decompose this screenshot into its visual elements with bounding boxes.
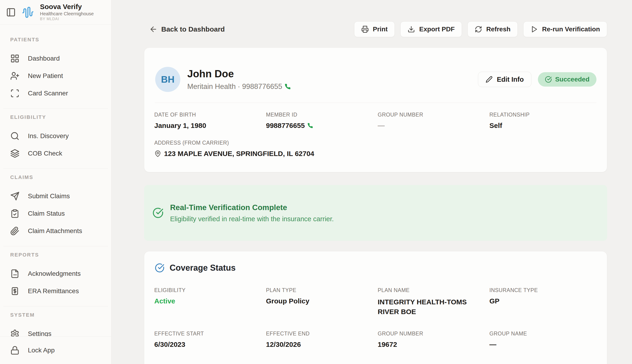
printer-icon: [361, 26, 369, 33]
rerun-verification-button[interactable]: Re-run Verification: [523, 21, 607, 37]
sidebar-item-new-patient[interactable]: New Patient: [3, 67, 108, 84]
field-label: ADDRESS (FROM CARRIER): [154, 140, 373, 146]
file-dollar-icon: [10, 286, 20, 296]
sidebar-item-label: Lock App: [28, 346, 55, 354]
print-button-label: Print: [373, 26, 388, 33]
field-value: 9988776655: [266, 122, 373, 130]
user-plus-icon: [10, 71, 20, 80]
sidebar-item-label: Acknowledgments: [28, 270, 81, 278]
sidebar-item-era-remittances[interactable]: ERA Remittances: [3, 282, 108, 300]
sidebar-item-label: Claim Status: [28, 210, 65, 217]
layers-icon: [10, 149, 20, 158]
field-value: GP: [489, 297, 596, 305]
status-badge: Succeeded: [538, 72, 596, 86]
verification-banner: Real-Time Verification Complete Eligibil…: [144, 185, 607, 241]
sidebar-item-lock-app[interactable]: Lock App: [3, 342, 108, 358]
member-id-value: 9988776655: [266, 122, 305, 130]
sidebar-item-dashboard[interactable]: Dashboard: [3, 50, 108, 67]
app-title: Soova Verify: [40, 3, 94, 11]
sidebar-item-cob-check[interactable]: COB Check: [3, 144, 108, 162]
search-icon: [10, 132, 20, 141]
nav-section-patients: PATIENTS Dashboard New Patient Card Scan…: [3, 31, 108, 108]
nav-section-label: REPORTS: [10, 252, 108, 258]
send-icon: [10, 192, 20, 201]
field-member-id: MEMBER ID 9988776655: [266, 112, 373, 130]
sidebar-item-settings[interactable]: Settings: [3, 325, 108, 336]
back-link-label: Back to Dashboard: [161, 25, 225, 33]
check-circle-icon: [155, 263, 165, 273]
field-date-of-birth: DATE OF BIRTH January 1, 1980: [154, 112, 261, 130]
field-plan-type: PLAN TYPE Group Policy: [266, 287, 373, 317]
play-icon: [530, 26, 538, 33]
sidebar-toggle-icon[interactable]: [6, 8, 16, 17]
sidebar: Soova Verify Healthcare Cleernighouse BY…: [0, 0, 112, 364]
app-byline: BY MLDAI: [40, 17, 94, 22]
nav-section-label: ELIGIBILITY: [10, 114, 108, 120]
app-logo-waveform-icon: [22, 6, 34, 18]
sidebar-item-label: New Patient: [28, 72, 63, 80]
sidebar-nav: PATIENTS Dashboard New Patient Card Scan…: [0, 24, 111, 336]
sidebar-item-acknowledgments[interactable]: Acknowledgments: [3, 265, 108, 282]
edit-info-button[interactable]: Edit Info: [478, 72, 531, 87]
field-label: DATE OF BIRTH: [154, 112, 261, 118]
print-button[interactable]: Print: [354, 21, 395, 37]
phone-icon[interactable]: [307, 122, 313, 128]
app-subtitle: Healthcare Cleernighouse: [40, 11, 94, 17]
download-icon: [408, 26, 415, 33]
sidebar-item-ins-discovery[interactable]: Ins. Discovery: [3, 127, 108, 144]
banner-subtitle: Eligibility verified in real-time with t…: [170, 215, 334, 223]
field-effective-end: EFFECTIVE END 12/30/2026: [266, 330, 373, 348]
field-label: GROUP NUMBER: [378, 330, 485, 337]
app-logo-text: Soova Verify Healthcare Cleernighouse BY…: [40, 3, 94, 21]
check-circle-icon: [545, 76, 552, 83]
arrow-left-icon: [149, 25, 158, 34]
sidebar-item-label: Card Scanner: [28, 90, 68, 97]
patient-identity: John Doe Meritain Health · 9988776655: [187, 68, 291, 91]
field-value: INTEGRITY HEALTH-TOMS RIVER BOE: [378, 297, 475, 317]
field-label: MEMBER ID: [266, 112, 373, 118]
sidebar-header: Soova Verify Healthcare Cleernighouse BY…: [0, 0, 111, 24]
back-to-dashboard-link[interactable]: Back to Dashboard: [149, 25, 225, 34]
sidebar-item-label: COB Check: [28, 150, 62, 157]
nav-section-label: CLAIMS: [10, 174, 108, 180]
phone-icon[interactable]: [284, 83, 291, 90]
paperclip-icon: [10, 226, 20, 236]
patient-header: BH John Doe Meritain Health · 9988776655…: [144, 48, 607, 102]
layout-grid-icon: [10, 54, 20, 63]
sidebar-item-label: Submit Claims: [28, 192, 70, 200]
banner-title: Real-Time Verification Complete: [170, 203, 334, 212]
export-pdf-button[interactable]: Export PDF: [400, 21, 462, 37]
field-group-name: GROUP NAME —: [489, 330, 596, 348]
scan-icon: [10, 89, 20, 98]
sidebar-item-label: Dashboard: [28, 55, 60, 62]
field-label: EFFECTIVE END: [266, 330, 373, 337]
nav-section-label: SYSTEM: [10, 312, 108, 318]
patient-actions: Edit Info Succeeded: [478, 72, 596, 87]
field-value: Group Policy: [266, 297, 373, 305]
toolbar: Print Export PDF Refresh Re-run Verifica…: [354, 21, 607, 37]
field-value: Active: [154, 297, 261, 305]
field-value: 123 MAPLE AVENUE, SPRINGFIELD, IL 62704: [154, 150, 373, 158]
patient-name: John Doe: [187, 68, 291, 80]
field-label: RELATIONSHIP: [489, 112, 596, 118]
refresh-button[interactable]: Refresh: [467, 21, 518, 37]
sidebar-item-card-scanner[interactable]: Card Scanner: [3, 84, 108, 102]
nav-section-eligibility: ELIGIBILITY Ins. Discovery COB Check: [3, 108, 108, 168]
sidebar-item-claim-attachments[interactable]: Claim Attachments: [3, 222, 108, 240]
field-label: GROUP NAME: [489, 330, 596, 337]
field-value: January 1, 1980: [154, 122, 261, 130]
nav-section-reports: REPORTS Acknowledgments ERA Remittances: [3, 246, 108, 306]
patient-card: BH John Doe Meritain Health · 9988776655…: [144, 48, 607, 172]
field-value: —: [378, 122, 485, 130]
main-content: Back to Dashboard Print Export PDF Refre…: [112, 0, 632, 364]
sidebar-item-submit-claims[interactable]: Submit Claims: [3, 187, 108, 205]
field-label: GROUP NUMBER: [378, 112, 485, 118]
edit-info-button-label: Edit Info: [497, 76, 524, 83]
check-circle-icon: [152, 207, 164, 218]
field-plan-name: PLAN NAME INTEGRITY HEALTH-TOMS RIVER BO…: [378, 287, 485, 317]
status-badge-label: Succeeded: [555, 76, 589, 83]
sidebar-item-label: Claim Attachments: [28, 227, 82, 235]
sidebar-item-claim-status[interactable]: Claim Status: [3, 205, 108, 222]
banner-text: Real-Time Verification Complete Eligibil…: [170, 203, 334, 223]
nav-section-label: PATIENTS: [10, 37, 108, 43]
